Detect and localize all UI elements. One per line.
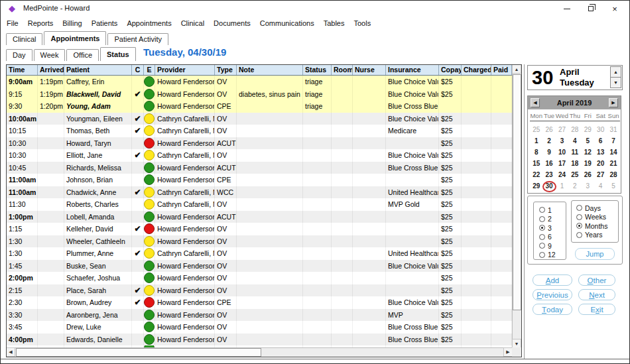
calendar-day[interactable]: 4 <box>568 135 581 147</box>
vertical-scroll-thumb[interactable] <box>513 74 521 310</box>
calendar-day[interactable]: 14 <box>607 147 619 158</box>
exit-button[interactable]: Exit <box>578 304 615 315</box>
view-tab-day[interactable]: Day <box>6 49 32 61</box>
calendar-day[interactable]: 19 <box>582 158 594 169</box>
today-button[interactable]: Today <box>533 304 572 315</box>
column-header-arrived[interactable]: Arrived <box>38 65 64 75</box>
calendar-day[interactable]: 5 <box>582 135 594 147</box>
appointment-row[interactable]: 11:30Roberts, CharlesCathryn Cafarelli, … <box>7 198 512 211</box>
calendar-day[interactable]: 7 <box>607 135 619 147</box>
menu-item-clinical[interactable]: Clinical <box>176 19 209 27</box>
calendar-day[interactable]: 20 <box>594 158 607 169</box>
calendar-day[interactable]: 3 <box>556 135 568 147</box>
vertical-scrollbar[interactable]: ▲ ▼ <box>512 65 521 347</box>
column-header-charged[interactable]: Charged <box>462 65 491 75</box>
jump-number-option-12[interactable]: 12 <box>539 251 566 260</box>
appointment-row[interactable]: 11:00amJohnson, BrianHoward Fenderson, M… <box>7 174 512 186</box>
calendar-day[interactable]: 15 <box>530 158 542 169</box>
column-header-time[interactable]: Time <box>7 65 38 75</box>
calendar-day[interactable]: 11 <box>568 147 581 158</box>
add-button[interactable]: Add <box>533 274 572 286</box>
calendar-day[interactable]: 2 <box>542 135 555 147</box>
calendar-day[interactable]: 6 <box>594 135 607 147</box>
view-tab-status[interactable]: Status <box>100 47 136 61</box>
calendar-day[interactable]: 8 <box>530 147 542 158</box>
appointment-row[interactable]: 4:00pmEdwards, DanielleHoward Fenderson,… <box>7 334 512 346</box>
calendar-day[interactable]: 27 <box>594 169 607 180</box>
other-button[interactable]: Other <box>578 274 615 286</box>
column-header-paid[interactable]: Paid <box>491 65 512 75</box>
scroll-down-button[interactable]: ▼ <box>512 339 521 348</box>
menu-item-tools[interactable]: Tools <box>349 19 375 27</box>
appointment-row[interactable]: 3:30Aaronberg, JenaHoward Fenderson, MDO… <box>7 309 512 322</box>
minimize-button[interactable] <box>555 1 579 17</box>
scroll-left-button[interactable]: ◀ <box>6 347 15 357</box>
tab-appointments[interactable]: Appointments <box>44 31 106 45</box>
appointment-row[interactable]: 1:00pmLobell, AmandaHoward Fenderson, MD… <box>7 211 512 223</box>
column-header-note[interactable]: Note <box>237 65 303 75</box>
calendar-day[interactable]: 28 <box>607 169 619 180</box>
menu-item-communications[interactable]: Communications <box>255 19 319 27</box>
calendar-day[interactable]: 26 <box>542 124 555 135</box>
jump-unit-option-years[interactable]: Years <box>576 231 618 240</box>
horizontal-scrollbar[interactable]: ◀ ▶ <box>7 347 512 357</box>
calendar-day[interactable]: 12 <box>582 147 594 158</box>
calendar-day[interactable]: 10 <box>556 147 568 158</box>
next-button[interactable]: Next <box>578 289 615 300</box>
calendar-day[interactable]: 1 <box>556 180 568 192</box>
close-button[interactable]: × <box>603 1 627 17</box>
column-header-type[interactable]: Type <box>215 65 237 75</box>
jump-number-option-1[interactable]: 1 <box>539 206 566 215</box>
spin-down-button[interactable]: ▼ <box>610 77 621 88</box>
column-header-nurse[interactable]: Nurse <box>353 65 386 75</box>
jump-button[interactable]: Jump <box>575 248 615 260</box>
calendar-day[interactable]: 25 <box>568 169 581 180</box>
horizontal-scroll-thumb[interactable] <box>16 348 261 357</box>
menu-item-reports[interactable]: Reports <box>23 19 58 27</box>
calendar-day[interactable]: 3 <box>582 180 594 192</box>
calendar-next-button[interactable]: ▶ <box>609 98 618 107</box>
view-tab-office[interactable]: Office <box>66 49 99 61</box>
scroll-up-button[interactable]: ▲ <box>512 64 521 74</box>
column-header-c[interactable]: C <box>132 65 144 75</box>
calendar-day[interactable]: 4 <box>594 180 607 192</box>
tab-patient-activity[interactable]: Patient Activity <box>107 33 168 45</box>
restore-button[interactable] <box>579 1 603 17</box>
calendar-day[interactable]: 26 <box>582 169 594 180</box>
calendar-day[interactable]: 9 <box>542 147 555 158</box>
menu-item-billing[interactable]: Billing <box>58 19 86 27</box>
calendar-day[interactable]: 21 <box>607 158 619 169</box>
column-header-insurance[interactable]: Insurance <box>386 65 439 75</box>
calendar-day[interactable]: 24 <box>556 169 568 180</box>
appointment-row[interactable]: 11:00amChadwick, Anne✔Cathryn Cafarelli,… <box>7 186 512 199</box>
appointment-row[interactable]: 2:00pmSchaefer, JoshuaHoward Fenderson, … <box>7 272 512 284</box>
menu-item-appointments[interactable]: Appointments <box>122 19 176 27</box>
calendar-day[interactable]: 30 <box>594 124 607 135</box>
previoius-button[interactable]: Previoius <box>533 289 572 300</box>
jump-unit-option-months[interactable]: Months <box>576 221 618 231</box>
calendar-day[interactable]: 28 <box>568 124 581 135</box>
calendar-day[interactable]: 23 <box>542 169 555 180</box>
appointment-row[interactable]: 1:45Buske, SeanHoward Fenderson, MDOVBlu… <box>7 260 512 273</box>
calendar-day[interactable]: 29 <box>582 124 594 135</box>
column-header-e[interactable]: E <box>144 65 155 75</box>
calendar-day[interactable]: 17 <box>556 158 568 169</box>
calendar-day[interactable]: 27 <box>556 124 568 135</box>
jump-unit-option-days[interactable]: Days <box>576 204 618 213</box>
view-tab-week[interactable]: Week <box>34 49 66 61</box>
menu-item-tables[interactable]: Tables <box>319 19 349 27</box>
calendar-day[interactable]: 13 <box>594 147 607 158</box>
appointment-row[interactable]: 3:45Drew, LukeHoward Fenderson, MDOVBlue… <box>7 321 512 334</box>
appointment-row[interactable]: 10:00amYoungman, Eileen✔Cathryn Cafarell… <box>7 113 512 125</box>
appointment-row[interactable]: 1:15Kelleher, David✔Howard Fenderson, MD… <box>7 223 512 235</box>
column-header-room[interactable]: Room <box>332 65 353 75</box>
calendar-day[interactable]: 2 <box>568 180 581 192</box>
menu-item-patients[interactable]: Patients <box>87 19 123 27</box>
calendar-prev-button[interactable]: ◀ <box>531 98 540 107</box>
appointment-row[interactable]: 10:30Howard, TarynHoward Fenderson, MDAC… <box>7 137 512 150</box>
column-header-patient[interactable]: Patient <box>64 65 132 75</box>
column-header-provider[interactable]: Provider <box>155 65 215 75</box>
spin-up-button[interactable]: ▲ <box>610 66 621 78</box>
jump-number-option-3[interactable]: 3 <box>539 223 566 233</box>
appointment-row[interactable]: 9:00am1:19pmCaffrey, ErinHoward Fenderso… <box>7 76 512 88</box>
